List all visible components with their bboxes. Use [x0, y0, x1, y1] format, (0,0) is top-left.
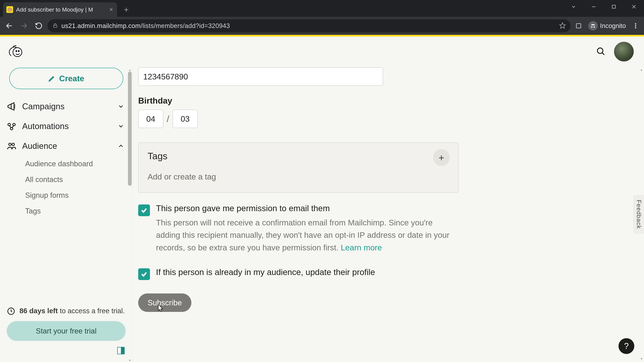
app-header: [0, 36, 644, 67]
subscribe-label: Subscribe: [148, 298, 182, 307]
sidebar-sub-all-contacts[interactable]: All contacts: [25, 172, 127, 187]
sidebar-item-campaigns[interactable]: Campaigns: [5, 96, 127, 116]
help-button[interactable]: ?: [618, 338, 634, 354]
bookmark-star-icon[interactable]: [559, 22, 566, 29]
svg-point-12: [13, 48, 22, 57]
browser-tab[interactable]: 🐵 Add subscriber to Moodjoy | M ×: [3, 2, 117, 17]
main-content: ▲ ▼ 1234567890 Birthday 04 / 03 Tags + A…: [132, 67, 644, 362]
mailchimp-favicon: 🐵: [6, 6, 13, 13]
create-label: Create: [59, 74, 84, 83]
incognito-indicator[interactable]: Incognito: [588, 21, 626, 30]
svg-rect-6: [54, 25, 57, 27]
tags-title: Tags: [148, 150, 449, 161]
feedback-tab[interactable]: Feedback: [634, 195, 644, 233]
incognito-icon: [588, 21, 598, 30]
chevron-down-icon: [118, 103, 124, 110]
check-icon: [141, 271, 148, 278]
trial-text: 86 days left to access a free trial.: [20, 306, 125, 316]
forward-button: [18, 20, 30, 32]
tabs-dropdown-icon[interactable]: [564, 0, 584, 13]
window-minimize-icon[interactable]: [584, 0, 604, 13]
update-profile-title: If this person is already in my audience…: [156, 267, 375, 277]
chevron-up-icon: [118, 143, 124, 149]
tags-hint[interactable]: Add or create a tag: [148, 172, 449, 181]
scroll-up-icon[interactable]: ▲: [639, 67, 644, 72]
browser-menu-icon[interactable]: [630, 21, 641, 31]
address-bar[interactable]: us21.admin.mailchimp.com/lists/members/a…: [48, 19, 570, 32]
clock-icon: [7, 307, 16, 316]
back-button[interactable]: [3, 20, 15, 32]
incognito-label: Incognito: [600, 22, 626, 29]
sidebar-item-audience[interactable]: Audience: [5, 136, 127, 156]
permission-desc: This person will not receive a confirmat…: [156, 217, 454, 254]
svg-point-9: [635, 23, 636, 24]
svg-line-16: [602, 53, 604, 55]
sidebar-sub-signup-forms[interactable]: Signup forms: [25, 187, 127, 203]
birthday-month-input[interactable]: 04: [138, 110, 163, 128]
svg-rect-1: [612, 5, 616, 8]
svg-rect-8: [576, 24, 581, 28]
automation-icon: [7, 121, 16, 131]
create-button[interactable]: Create: [9, 68, 123, 89]
svg-point-20: [9, 143, 11, 146]
svg-point-10: [635, 25, 636, 26]
sidebar-item-automations[interactable]: Automations: [5, 116, 127, 136]
window-maximize-icon[interactable]: [604, 0, 624, 13]
permission-checkbox[interactable]: [138, 204, 150, 216]
phone-input[interactable]: 1234567890: [138, 67, 383, 86]
avatar[interactable]: [614, 41, 634, 62]
reload-button[interactable]: [33, 20, 44, 32]
url-text: us21.admin.mailchimp.com/lists/members/a…: [62, 22, 556, 29]
chevron-down-icon: [118, 123, 124, 130]
pencil-icon: [48, 75, 56, 82]
svg-marker-7: [560, 23, 565, 28]
svg-point-18: [13, 123, 15, 126]
svg-point-17: [8, 123, 10, 126]
svg-point-15: [598, 48, 603, 53]
svg-point-11: [635, 27, 636, 28]
birthday-label: Birthday: [138, 96, 644, 106]
start-trial-button[interactable]: Start your free trial: [7, 321, 126, 341]
cookie-preferences-icon[interactable]: [116, 346, 126, 355]
window-controls: [564, 0, 644, 13]
megaphone-icon: [7, 102, 16, 111]
svg-point-14: [18, 51, 19, 52]
add-tag-button[interactable]: +: [433, 149, 450, 166]
page: Create Campaigns Automations: [0, 35, 644, 362]
svg-point-13: [16, 51, 17, 52]
check-icon: [141, 207, 148, 214]
update-profile-checkbox[interactable]: [138, 268, 150, 280]
mailchimp-logo[interactable]: [5, 42, 24, 61]
birthday-day-input[interactable]: 03: [172, 110, 198, 128]
audience-icon: [7, 141, 16, 151]
phone-value: 1234567890: [143, 72, 188, 81]
search-icon[interactable]: [596, 46, 606, 57]
sidebar-sub-audience-dashboard[interactable]: Audience dashboard: [25, 156, 127, 172]
permission-title: This person gave me permission to email …: [156, 203, 454, 213]
learn-more-link[interactable]: Learn more: [341, 243, 382, 252]
subscribe-button[interactable]: Subscribe: [138, 294, 191, 312]
browser-titlebar: 🐵 Add subscriber to Moodjoy | M × +: [0, 0, 644, 17]
scroll-down-icon[interactable]: ▼: [127, 358, 132, 362]
sidebar-scrollbar[interactable]: ▲ ▼: [127, 69, 132, 362]
tab-title: Add subscriber to Moodjoy | M: [16, 6, 106, 13]
window-close-icon[interactable]: [624, 0, 644, 13]
sidebar: Create Campaigns Automations: [0, 67, 132, 362]
browser-toolbar: us21.admin.mailchimp.com/lists/members/a…: [0, 17, 644, 35]
new-tab-button[interactable]: +: [122, 5, 130, 14]
scrollbar-thumb[interactable]: [128, 72, 132, 186]
tags-panel: Tags + Add or create a tag: [138, 142, 458, 193]
sidebar-sub-tags[interactable]: Tags: [25, 203, 127, 219]
audience-subnav: Audience dashboard All contacts Signup f…: [5, 156, 127, 219]
scroll-down-icon[interactable]: ▼: [639, 356, 644, 361]
lock-icon[interactable]: [52, 23, 58, 29]
close-tab-icon[interactable]: ×: [109, 6, 113, 13]
extensions-icon[interactable]: [574, 21, 584, 31]
date-separator: /: [167, 114, 169, 124]
trial-panel: 86 days left to access a free trial. Sta…: [0, 301, 132, 362]
svg-point-21: [12, 143, 14, 146]
